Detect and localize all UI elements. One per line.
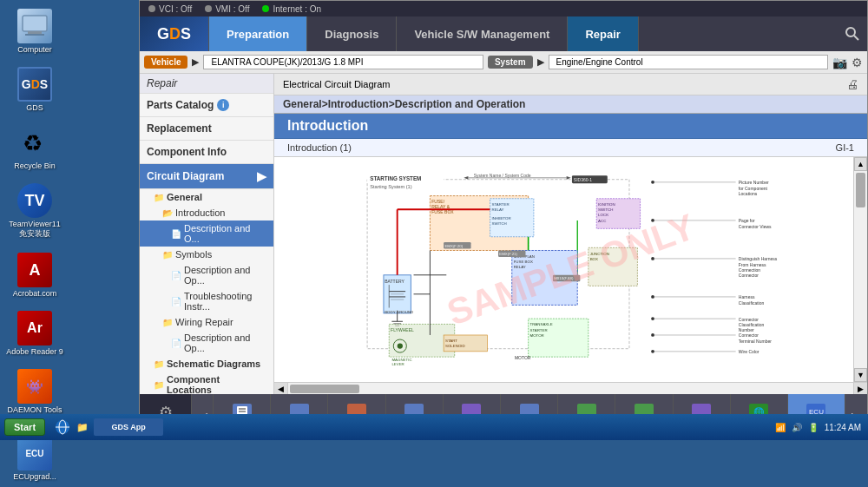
tree-wiring-desc[interactable]: 📄 Description and Op... xyxy=(140,330,273,356)
svg-rect-2 xyxy=(25,34,44,36)
doc-trouble-icon: 📄 xyxy=(171,297,181,306)
search-button[interactable] xyxy=(837,16,867,51)
circuit-diagram-label: Circuit Diagram xyxy=(147,170,224,182)
recycle-icon: ♻ xyxy=(17,125,52,160)
desktop-icon-teamviewer[interactable]: TV TeamViewer11 免安装版 xyxy=(4,183,65,240)
tab-preparation[interactable]: Preparation xyxy=(209,16,307,51)
tab-diagnosis[interactable]: Diagnosis xyxy=(307,16,397,51)
content-header: Electrical Circuit Diagram 🖨 xyxy=(274,74,867,95)
svg-text:BOX: BOX xyxy=(590,257,598,261)
svg-text:LOCK: LOCK xyxy=(598,213,608,217)
svg-text:FUSE/: FUSE/ xyxy=(431,199,444,204)
svg-text:RELAY: RELAY xyxy=(514,265,526,269)
scroll-down-button[interactable]: ▼ xyxy=(854,368,867,382)
folder-schematic-icon: 📁 xyxy=(154,359,164,369)
component-info-item[interactable]: Component Info xyxy=(140,141,273,164)
camera-icon[interactable]: 📷 xyxy=(832,56,847,69)
teamviewer-icon: TV xyxy=(17,183,52,218)
taskbar-ie-icon[interactable] xyxy=(54,418,71,436)
svg-text:STARTER: STARTER xyxy=(491,202,509,207)
tab-repair[interactable]: Repair xyxy=(568,16,638,51)
desktop-icon-computer[interactable]: Computer xyxy=(4,9,65,54)
folder-comp-icon: 📁 xyxy=(154,380,164,390)
tree-general-label: General xyxy=(167,192,202,202)
svg-text:START: START xyxy=(445,339,457,343)
adobe-label: Adobe Reader 9 xyxy=(6,347,63,356)
battery-tray-icon: 🔋 xyxy=(806,420,820,434)
folder-general-icon: 📁 xyxy=(154,193,164,202)
desktop-icon-adobe[interactable]: Ar Adobe Reader 9 xyxy=(4,311,65,356)
folder-wiring-icon: 📁 xyxy=(162,318,173,327)
tree-introduction[interactable]: 📂 Introduction xyxy=(140,205,273,220)
intro-subtitle-left: Introduction (1) xyxy=(287,142,352,153)
sidebar: Repair Parts Catalog i Replacement Compo… xyxy=(140,74,274,394)
diagram-content: STARTING SYSTEM Starting System (1) SID3… xyxy=(274,157,853,382)
svg-text:Harness: Harness xyxy=(739,294,755,299)
doc-symbols-icon: 📄 xyxy=(171,271,181,280)
horizontal-scrollbar[interactable]: ◀ ▶ xyxy=(274,382,867,394)
desktop: Computer GDS GDS ♻ Recycle Bin TV TeamVi… xyxy=(0,0,868,440)
app-window: VCI : Off VMI : Off Internet : On GDS Pr… xyxy=(139,0,868,440)
gds-label: GDS xyxy=(26,103,43,112)
tree-schematic-label: Schematic Diagrams xyxy=(167,359,260,369)
tree-component-locations[interactable]: 📁 Component Locations xyxy=(140,372,273,394)
desktop-icon-ecupgrade[interactable]: ECU ECUpgrad... xyxy=(4,436,65,481)
scroll-up-button[interactable]: ▲ xyxy=(854,157,867,171)
tree-schematic[interactable]: 📁 Schematic Diagrams xyxy=(140,356,273,372)
svg-text:EMX(F.21): EMX(F.21) xyxy=(499,252,517,256)
tab-vehicle-sw-management[interactable]: Vehicle S/W Management xyxy=(397,16,568,51)
section-title: Introduction xyxy=(274,114,867,139)
scroll-left-button[interactable]: ◀ xyxy=(274,383,288,395)
tree-symbols-desc-label: Description and Op... xyxy=(184,265,266,286)
svg-point-76 xyxy=(651,257,654,260)
svg-text:INHIBITOR: INHIBITOR xyxy=(491,216,510,220)
svg-text:Locations: Locations xyxy=(739,191,758,196)
desktop-icon-recycle[interactable]: ♻ Recycle Bin xyxy=(4,125,65,170)
tree-symbols-desc[interactable]: 📄 Description and Op... xyxy=(140,262,273,288)
acrobat-label: Acrobat.com xyxy=(13,289,57,298)
vci-status: VCI : Off xyxy=(148,4,192,14)
intro-subtitle-right: GI-1 xyxy=(836,142,854,153)
tree-symbols[interactable]: 📁 Symbols xyxy=(140,247,273,262)
computer-icon xyxy=(17,9,52,43)
tree-wiring-desc-label: Description and Op... xyxy=(184,332,266,353)
svg-text:SWITCH: SWITCH xyxy=(598,207,613,212)
svg-text:Starting System (1): Starting System (1) xyxy=(370,184,412,189)
taskbar-folder-icon[interactable]: 📁 xyxy=(74,418,91,436)
replacement-item[interactable]: Replacement xyxy=(140,117,273,141)
svg-point-86 xyxy=(651,317,654,320)
tree-general[interactable]: 📁 General xyxy=(140,189,273,205)
svg-text:Classification: Classification xyxy=(739,300,765,306)
svg-text:Number: Number xyxy=(739,327,754,332)
tree-troubleshooting[interactable]: 📄 Troubleshooting Instr... xyxy=(140,288,273,314)
parts-catalog-item[interactable]: Parts Catalog i xyxy=(140,94,273,117)
svg-text:LEVER: LEVER xyxy=(391,362,404,366)
print-icon[interactable]: 🖨 xyxy=(846,77,858,91)
vmi-status: VMI : Off xyxy=(205,4,249,14)
scroll-right-button[interactable]: ▶ xyxy=(853,383,867,395)
tree-wiring-label: Wiring Repair xyxy=(175,317,233,327)
tree-description-op[interactable]: 📄 Description and O... xyxy=(140,220,273,247)
scroll-thumb xyxy=(856,173,865,207)
tree-wiring-repair[interactable]: 📁 Wiring Repair xyxy=(140,314,273,330)
desktop-icon-gds[interactable]: GDS GDS xyxy=(4,67,65,112)
desktop-icon-acrobat[interactable]: A Acrobat.com xyxy=(4,253,65,298)
circuit-diagram-button[interactable]: Circuit Diagram ▶ xyxy=(140,164,273,189)
svg-text:STARTING SYSTEM: STARTING SYSTEM xyxy=(370,175,421,181)
diagram-scrollbar[interactable]: ▲ ▼ xyxy=(853,157,867,382)
parts-info-icon: i xyxy=(217,99,229,111)
vci-text: VCI : Off xyxy=(159,4,192,14)
svg-text:M010(F.88): M010(F.88) xyxy=(554,276,574,280)
start-button[interactable]: Start xyxy=(4,418,45,436)
taskbar-app-icon[interactable]: GDS App xyxy=(94,418,163,436)
h-scroll-thumb xyxy=(290,385,359,393)
svg-text:Wire Color: Wire Color xyxy=(739,349,760,354)
svg-rect-44 xyxy=(444,335,487,352)
daemon-icon: 👾 xyxy=(17,369,52,404)
intro-subtitle: Introduction (1) GI-1 xyxy=(274,139,867,157)
sound-tray-icon: 🔊 xyxy=(790,420,804,434)
vmi-dot xyxy=(205,5,212,12)
settings-icon[interactable]: ⚙ xyxy=(852,56,863,69)
system-name: Engine/Engine Control xyxy=(549,55,828,69)
vehicle-name: ELANTRA COUPE(JK)/2013/G 1.8 MPI xyxy=(203,55,483,69)
